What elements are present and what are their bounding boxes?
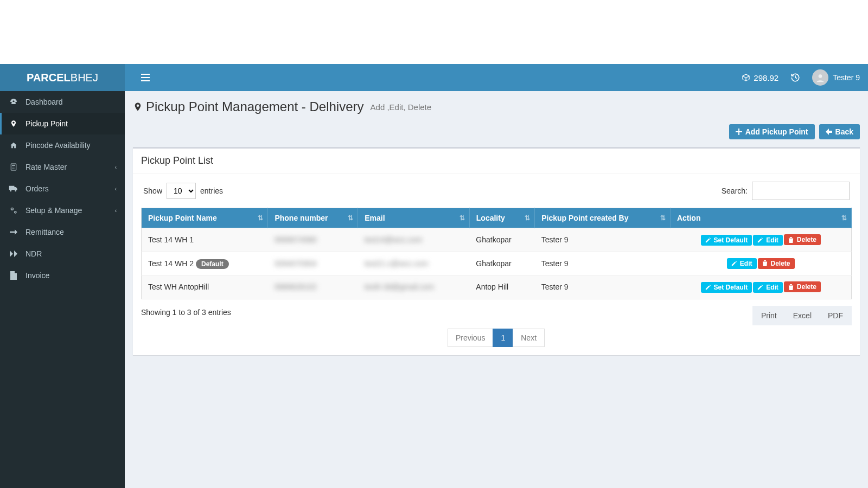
pdf-button[interactable]: PDF bbox=[821, 308, 850, 323]
svg-rect-6 bbox=[12, 165, 15, 166]
cogs-icon bbox=[8, 206, 19, 215]
back-button[interactable]: Back bbox=[819, 124, 860, 139]
edit-button[interactable]: Edit bbox=[727, 258, 757, 269]
edit-button[interactable]: Edit bbox=[753, 282, 783, 293]
sort-icon: ⇅ bbox=[459, 214, 465, 222]
sidebar: DashboardPickup PointPincode Availabilit… bbox=[0, 91, 125, 488]
svg-point-9 bbox=[15, 166, 15, 167]
cell-locality: Antop Hill bbox=[469, 275, 534, 299]
delete-button[interactable]: Delete bbox=[784, 281, 821, 292]
datatable-controls: Show 10 entries Search: bbox=[141, 182, 852, 200]
datatable-info: Showing 1 to 3 of 3 entries bbox=[141, 308, 231, 317]
svg-point-10 bbox=[12, 168, 12, 169]
sidebar-item-label: NDR bbox=[25, 249, 42, 258]
cell-name: Test 14 WH 2Default bbox=[142, 252, 268, 275]
column-header[interactable]: Phone number⇅ bbox=[268, 208, 358, 228]
svg-rect-16 bbox=[736, 131, 742, 132]
bars-icon bbox=[141, 74, 150, 81]
table-body: Test 14 WH 19999074580test14@wcc.comGhat… bbox=[142, 228, 852, 299]
cell-created-by: Tester 9 bbox=[535, 228, 671, 252]
cell-email: test14@wcc.com bbox=[358, 228, 470, 252]
pagination: Previous 1 Next bbox=[141, 329, 852, 347]
cell-phone: 9394070904 bbox=[268, 252, 358, 275]
delete-button[interactable]: Delete bbox=[784, 234, 821, 245]
delete-button[interactable]: Delete bbox=[758, 258, 795, 269]
arrow-left-icon bbox=[826, 129, 832, 135]
length-select[interactable]: 10 bbox=[167, 183, 196, 199]
set-default-button[interactable]: Set Default bbox=[701, 282, 752, 293]
excel-button[interactable]: Excel bbox=[787, 308, 818, 323]
cell-phone: 9999074580 bbox=[268, 228, 358, 252]
sidebar-item-label: Dashboard bbox=[25, 98, 63, 106]
sidebar-item-label: Pincode Availability bbox=[25, 141, 91, 150]
chevron-left-icon: ‹ bbox=[115, 208, 117, 214]
column-header[interactable]: Pickup Point created By⇅ bbox=[535, 208, 671, 228]
sidebar-item-dashboard[interactable]: Dashboard bbox=[0, 91, 125, 113]
pickup-point-table: Pickup Point Name⇅Phone number⇅Email⇅Loc… bbox=[141, 208, 852, 299]
sidebar-item-label: Pickup Point bbox=[25, 119, 68, 128]
dashboard-icon bbox=[8, 98, 19, 106]
sort-icon: ⇅ bbox=[258, 214, 263, 222]
cell-locality: Ghatkopar bbox=[469, 252, 534, 275]
set-default-button[interactable]: Set Default bbox=[701, 235, 752, 246]
content-header: Pickup Point Management - Delhivery Add … bbox=[133, 99, 860, 114]
search-label: Search: bbox=[722, 187, 748, 195]
column-header[interactable]: Email⇅ bbox=[358, 208, 470, 228]
sidebar-item-pickup-point[interactable]: Pickup Point bbox=[0, 113, 125, 134]
brand-strong: PARCEL bbox=[27, 72, 71, 84]
main-header: PARCELBHEJ 298.92 Tester 9 bbox=[0, 64, 868, 91]
history-icon bbox=[790, 73, 800, 82]
brand-light: BHEJ bbox=[71, 72, 98, 84]
print-button[interactable]: Print bbox=[755, 308, 783, 323]
wallet-balance[interactable]: 298.92 bbox=[742, 73, 778, 82]
page-title: Pickup Point Management - Delhivery Add … bbox=[133, 99, 860, 114]
user-menu[interactable]: Tester 9 bbox=[812, 69, 860, 86]
export-buttons: Print Excel PDF bbox=[752, 306, 852, 325]
add-pickup-point-button[interactable]: Add Pickup Point bbox=[729, 124, 815, 139]
column-header[interactable]: Locality⇅ bbox=[469, 208, 534, 228]
column-header[interactable]: Pickup Point Name⇅ bbox=[142, 208, 268, 228]
chevron-left-icon: ‹ bbox=[115, 164, 117, 170]
sidebar-item-label: Rate Master bbox=[25, 163, 67, 171]
cell-actions: Set Default Edit Delete bbox=[670, 275, 851, 299]
sidebar-item-pincode-availability[interactable]: Pincode Availability bbox=[0, 134, 125, 156]
sort-icon: ⇅ bbox=[525, 214, 530, 222]
user-icon bbox=[815, 72, 826, 83]
sidebar-item-orders[interactable]: Orders‹ bbox=[0, 178, 125, 200]
page-next[interactable]: Next bbox=[513, 329, 545, 347]
sidebar-toggle[interactable] bbox=[133, 66, 158, 89]
sidebar-item-setup-manage[interactable]: Setup & Manage‹ bbox=[0, 200, 125, 221]
svg-point-4 bbox=[819, 74, 822, 78]
calc-icon bbox=[8, 163, 19, 171]
sidebar-item-rate-master[interactable]: Rate Master‹ bbox=[0, 156, 125, 178]
sort-icon: ⇅ bbox=[841, 214, 847, 222]
page-subtitle: Add ,Edit, Delete bbox=[371, 102, 432, 112]
navbar-right: 298.92 Tester 9 bbox=[742, 69, 860, 86]
cell-email: testh-3d@gmail.com bbox=[358, 275, 470, 299]
content-wrapper: Pickup Point Management - Delhivery Add … bbox=[125, 91, 868, 488]
page-prev[interactable]: Previous bbox=[448, 329, 493, 347]
brand-logo[interactable]: PARCELBHEJ bbox=[0, 64, 125, 91]
chevron-left-icon: ‹ bbox=[115, 186, 117, 192]
sidebar-item-ndr[interactable]: NDR bbox=[0, 243, 125, 265]
sidebar-item-label: Invoice bbox=[25, 271, 49, 280]
search-input[interactable] bbox=[752, 182, 850, 200]
table-row: Test WH AntopHill9989628102testh-3d@gmai… bbox=[142, 275, 852, 299]
column-header[interactable]: Action⇅ bbox=[670, 208, 851, 228]
edit-button[interactable]: Edit bbox=[753, 235, 783, 246]
marker-icon bbox=[8, 119, 19, 128]
page-title-text: Pickup Point Management - Delhivery bbox=[146, 99, 364, 114]
table-row: Test 14 WH 19999074580test14@wcc.comGhat… bbox=[142, 228, 852, 252]
cell-created-by: Tester 9 bbox=[535, 252, 671, 275]
svg-point-12 bbox=[15, 168, 15, 169]
page-1[interactable]: 1 bbox=[493, 329, 513, 347]
length-suffix: entries bbox=[200, 187, 223, 195]
svg-point-13 bbox=[11, 208, 13, 210]
search-control: Search: bbox=[722, 182, 850, 200]
history-button[interactable] bbox=[790, 73, 800, 82]
sidebar-item-invoice[interactable]: Invoice bbox=[0, 265, 125, 286]
svg-rect-2 bbox=[141, 80, 150, 81]
top-whitespace bbox=[0, 0, 868, 64]
sidebar-item-remittance[interactable]: Remittance bbox=[0, 221, 125, 243]
cell-created-by: Tester 9 bbox=[535, 275, 671, 299]
